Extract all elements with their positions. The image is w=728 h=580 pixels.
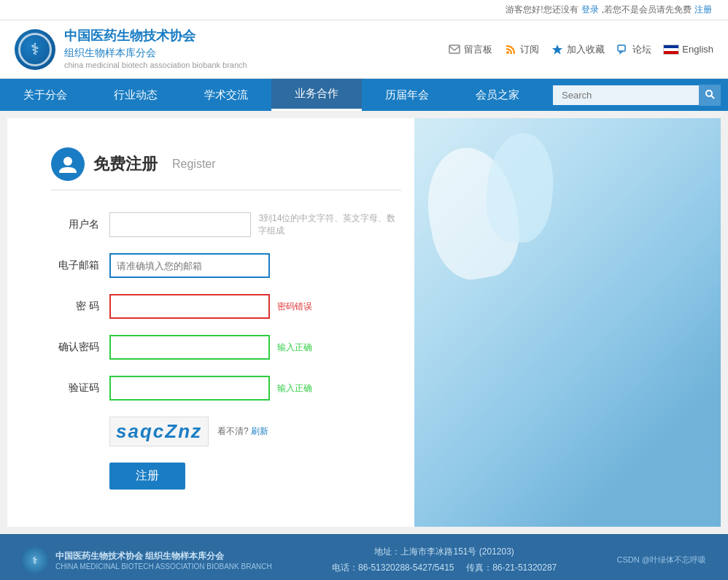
nav-item-about[interactable]: 关于分会	[0, 79, 90, 111]
footer-tel: 电话：86-51320288-5427/5415	[332, 562, 454, 573]
password-input[interactable]	[109, 294, 270, 319]
username-input[interactable]	[109, 212, 251, 237]
username-hint: 3到14位的中文字符、英文字母、数字组成	[258, 212, 401, 237]
message-link[interactable]: 留言板	[448, 43, 492, 56]
svg-line-5	[711, 96, 714, 98]
svg-marker-2	[552, 45, 562, 55]
svg-point-6	[63, 157, 72, 166]
footer-fax: 传真：86-21-51320287	[466, 562, 557, 573]
password-hint: 密码错误	[277, 301, 312, 313]
footer-logo: ⚕ 中国医药生物技术协会 组织生物样本库分会 CHINA MEDICINAL B…	[22, 547, 272, 573]
org-name-cn2: 组织生物样本库分会	[64, 46, 247, 61]
footer-address: 地址：上海市李冰路151号 (201203)	[332, 544, 557, 560]
site-footer: ⚕ 中国医药生物技术协会 组织生物样本库分会 CHINA MEDICINAL B…	[0, 534, 728, 580]
main-content: 免费注册 Register 用户名 3到14位的中文字符、英文字母、数字组成 电…	[7, 118, 721, 527]
captcha-input[interactable]	[109, 376, 270, 401]
greeting-text: 游客您好!您还没有	[506, 4, 578, 16]
refresh-captcha-link[interactable]: 刷新	[251, 426, 268, 436]
captcha-label: 验证码	[51, 382, 109, 395]
header-links: 留言板 订阅 加入收藏 论坛	[448, 43, 651, 56]
nav-item-academic[interactable]: 学术交流	[181, 79, 271, 111]
logo-area: 中国医药生物技术协会 组织生物样本库分会 china medicinal bio…	[15, 27, 247, 71]
email-row: 电子邮箱	[51, 253, 401, 278]
logo-text: 中国医药生物技术协会 组织生物样本库分会 china medicinal bio…	[64, 27, 247, 71]
rss-link[interactable]: 订阅	[504, 43, 539, 56]
star-icon	[551, 45, 564, 55]
rss-icon	[504, 45, 517, 55]
register-link[interactable]: 注册	[694, 4, 712, 16]
form-avatar-icon	[51, 147, 85, 181]
password-row: 密 码 密码错误	[51, 294, 401, 319]
forum-icon	[616, 45, 630, 55]
confirm-password-input[interactable]	[109, 335, 270, 360]
username-row: 用户名 3到14位的中文字符、英文字母、数字组成	[51, 212, 401, 237]
org-name-en: china medicinal biotech association biob…	[64, 60, 247, 71]
register-button[interactable]: 注册	[109, 463, 185, 490]
nav-item-members[interactable]: 会员之家	[452, 79, 543, 111]
language-selector[interactable]: English	[663, 44, 713, 55]
login-link[interactable]: 登录	[581, 4, 599, 16]
confirm-password-hint: 输入正确	[277, 341, 312, 354]
nav-search	[553, 85, 728, 106]
svg-point-1	[506, 51, 509, 54]
header-right: 留言板 订阅 加入收藏 论坛 En	[448, 43, 713, 56]
nav-item-industry[interactable]: 行业动态	[90, 79, 181, 111]
separator-text: ,若您不是会员请先免费	[602, 4, 692, 16]
captcha-image: saqcZnz	[109, 417, 209, 446]
nav-item-business[interactable]: 业务合作	[271, 79, 362, 111]
svg-point-4	[706, 90, 712, 96]
language-label: English	[682, 44, 713, 55]
submit-row: 注册	[109, 463, 401, 490]
captcha-row: saqcZnz 看不清? 刷新	[109, 417, 401, 446]
top-bar: 游客您好!您还没有 登录 ,若您不是会员请先免费 注册	[0, 0, 728, 20]
logo-icon	[15, 29, 55, 70]
favorite-link[interactable]: 加入收藏	[551, 43, 605, 56]
form-title-cn: 免费注册	[93, 153, 158, 175]
captcha-actions: 看不清? 刷新	[217, 425, 268, 438]
confirm-password-row: 确认密码 输入正确	[51, 335, 401, 360]
email-input[interactable]	[109, 253, 270, 278]
footer-logo-text: 中国医药生物技术协会 组织生物样本库分会 CHINA MEDICINAL BIO…	[55, 550, 272, 571]
register-form-section: 免费注册 Register 用户名 3到14位的中文字符、英文字母、数字组成 电…	[7, 133, 445, 504]
captcha-input-row: 验证码 输入正确	[51, 376, 401, 401]
footer-info: 地址：上海市李冰路151号 (201203) 电话：86-51320288-54…	[332, 544, 557, 576]
footer-org-cn: 中国医药生物技术协会 组织生物样本库分会	[55, 550, 272, 562]
footer-org-en: CHINA MEDICINAL BIOTECH ASSOCIATION BIOB…	[55, 562, 272, 571]
cant-see-text: 看不清?	[217, 426, 249, 436]
footer-logo-icon: ⚕	[22, 547, 48, 573]
org-name-cn1: 中国医药生物技术协会	[64, 27, 247, 45]
username-label: 用户名	[51, 218, 109, 231]
main-nav: 关于分会 行业动态 学术交流 业务合作 历届年会 会员之家	[0, 79, 728, 111]
confirm-password-label: 确认密码	[51, 341, 109, 354]
footer-csdn: CSDN @叶绿体不忘呼吸	[617, 554, 706, 565]
site-header: 中国医药生物技术协会 组织生物样本库分会 china medicinal bio…	[0, 20, 728, 79]
flag-icon	[663, 45, 679, 55]
form-title-en: Register	[172, 158, 216, 171]
search-input[interactable]	[553, 85, 699, 105]
svg-rect-3	[618, 45, 625, 51]
background-image	[414, 118, 721, 527]
nav-item-history[interactable]: 历届年会	[362, 79, 452, 111]
search-button[interactable]	[699, 85, 721, 106]
forum-link[interactable]: 论坛	[616, 43, 651, 56]
svg-rect-0	[449, 45, 460, 53]
message-icon	[448, 45, 461, 55]
captcha-hint: 输入正确	[277, 382, 312, 395]
password-label: 密 码	[51, 300, 109, 313]
form-header: 免费注册 Register	[51, 147, 401, 190]
email-label: 电子邮箱	[51, 259, 109, 272]
